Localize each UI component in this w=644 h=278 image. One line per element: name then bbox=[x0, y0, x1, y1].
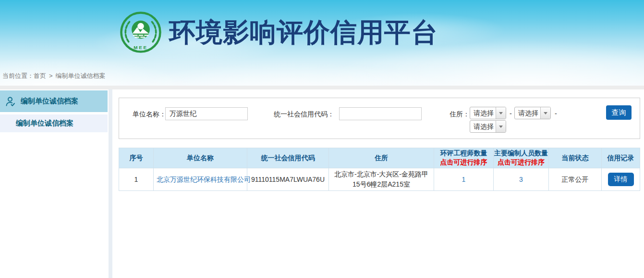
site-header: MEE 环境影响评价信用平台 当前位置：首页>编制单位诚信档案 bbox=[0, 0, 644, 86]
col-status: 当前状态 bbox=[549, 148, 602, 168]
city-select-value: 请选择 bbox=[515, 107, 540, 119]
engineer-count-link[interactable]: 1 bbox=[462, 176, 466, 183]
unit-name-input[interactable] bbox=[165, 107, 248, 120]
main-panel: 单位名称： 统一社会信用代码： 住所： 请选择 - 请选择 - 请选择 bbox=[112, 89, 644, 278]
svg-text:MEE: MEE bbox=[134, 45, 148, 50]
district-select[interactable]: 请选择 bbox=[470, 120, 506, 133]
address-dash: - bbox=[555, 107, 557, 120]
sort-hint: 点击可进行排序 bbox=[434, 158, 493, 167]
engineer-count-cell: 1 bbox=[434, 168, 494, 191]
breadcrumb: 当前位置：首页>编制单位诚信档案 bbox=[2, 72, 106, 80]
col-credit-record: 信用记录 bbox=[602, 148, 640, 168]
row-index-cell: 1 bbox=[119, 168, 154, 191]
province-select-value: 请选择 bbox=[470, 107, 496, 119]
query-button[interactable]: 查询 bbox=[606, 105, 632, 120]
credit-record-cell: 详情 bbox=[602, 168, 640, 191]
user-check-icon bbox=[5, 96, 16, 107]
credit-code-cell: 91110115MA7LWUA76U bbox=[247, 168, 329, 191]
page-title: 环境影响评价信用平台 bbox=[169, 11, 438, 54]
page: MEE 环境影响评价信用平台 当前位置：首页>编制单位诚信档案 编制单位诚信档案… bbox=[0, 0, 644, 278]
unit-name-cell: 北京万源世纪环保科技有限公司 bbox=[154, 168, 247, 191]
chevron-down-icon[interactable] bbox=[540, 107, 550, 119]
city-select[interactable]: 请选择 bbox=[514, 107, 551, 119]
breadcrumb-prefix: 当前位置： bbox=[2, 72, 34, 79]
header-divider bbox=[0, 86, 644, 89]
col-credit-code: 统一社会信用代码 bbox=[247, 148, 329, 168]
table-row: 1 北京万源世纪环保科技有限公司 91110115MA7LWUA76U 北京市-… bbox=[119, 168, 640, 191]
address-dash: - bbox=[510, 107, 512, 120]
col-staff-count-sortable[interactable]: 主要编制人员数量 点击可进行排序 bbox=[494, 148, 549, 168]
breadcrumb-separator: > bbox=[49, 72, 53, 79]
status-cell: 正常公开 bbox=[549, 168, 602, 191]
col-index: 序号 bbox=[119, 148, 154, 168]
table-header-row: 序号 单位名称 统一社会信用代码 住所 环评工程师数量 点击可进行排序 主要编制… bbox=[119, 148, 640, 168]
chevron-down-icon[interactable] bbox=[496, 107, 506, 119]
unit-name-label: 单位名称： bbox=[133, 107, 166, 121]
province-select[interactable]: 请选择 bbox=[470, 107, 506, 119]
sidebar-content-divider bbox=[109, 89, 112, 278]
search-form: 单位名称： 统一社会信用代码： 住所： 请选择 - 请选择 - 请选择 bbox=[119, 98, 640, 139]
detail-button[interactable]: 详情 bbox=[608, 173, 634, 186]
sort-hint: 点击可进行排序 bbox=[494, 158, 548, 167]
sidebar-item-label: 编制单位诚信档案 bbox=[21, 97, 78, 106]
district-select-value: 请选择 bbox=[470, 121, 496, 132]
content: 编制单位诚信档案 编制单位诚信档案 单位名称： 统一社会信用代码： 住所： 请选… bbox=[0, 89, 644, 278]
col-engineer-count-sortable[interactable]: 环评工程师数量 点击可进行排序 bbox=[434, 148, 494, 168]
address-cell: 北京市-北京市-大兴区-金苑路甲15号6幢2层A215室 bbox=[329, 168, 434, 191]
results-table: 序号 单位名称 统一社会信用代码 住所 环评工程师数量 点击可进行排序 主要编制… bbox=[119, 148, 640, 191]
col-unit-name: 单位名称 bbox=[154, 148, 247, 168]
staff-count-link[interactable]: 3 bbox=[519, 176, 523, 183]
sidebar-item-credit-archive-sub[interactable]: 编制单位诚信档案 bbox=[0, 114, 108, 132]
credit-code-label: 统一社会信用代码： bbox=[274, 107, 334, 121]
sidebar-item-credit-archive-active[interactable]: 编制单位诚信档案 bbox=[0, 90, 108, 112]
brand: MEE 环境影响评价信用平台 bbox=[0, 0, 644, 54]
staff-count-cell: 3 bbox=[494, 168, 549, 191]
chevron-down-icon[interactable] bbox=[496, 121, 506, 132]
sidebar-item-label: 编制单位诚信档案 bbox=[16, 119, 73, 128]
address-label: 住所： bbox=[450, 107, 470, 121]
breadcrumb-home-link[interactable]: 首页 bbox=[34, 72, 46, 79]
unit-name-link[interactable]: 北京万源世纪环保科技有限公司 bbox=[157, 176, 251, 183]
credit-code-input[interactable] bbox=[339, 107, 422, 120]
sidebar: 编制单位诚信档案 编制单位诚信档案 bbox=[0, 89, 108, 278]
col-address: 住所 bbox=[329, 148, 434, 168]
mee-logo-icon: MEE bbox=[119, 11, 162, 54]
breadcrumb-current: 编制单位诚信档案 bbox=[56, 72, 106, 79]
